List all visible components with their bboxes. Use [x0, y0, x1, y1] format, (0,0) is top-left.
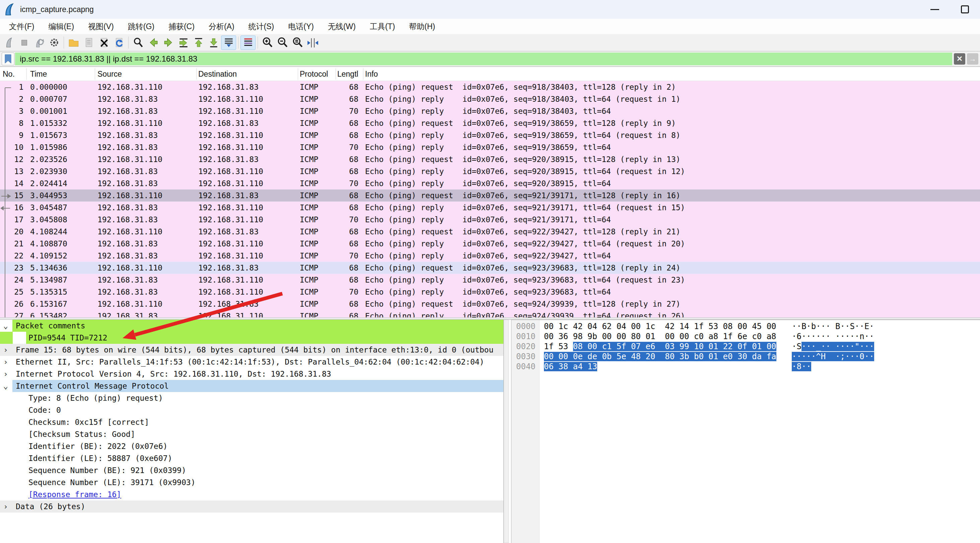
column-separator[interactable]	[95, 68, 95, 80]
open-file-folder-icon[interactable]	[66, 35, 81, 50]
response-frame-link[interactable]: [Response frame: 16]	[0, 488, 503, 500]
column-header-no[interactable]: No.	[3, 67, 15, 81]
collapse-chevron-icon[interactable]: ⌄	[3, 380, 13, 392]
menu-item-statistics[interactable]: 统计(S)	[242, 19, 282, 34]
detail-row[interactable]: [Checksum Status: Good]	[0, 428, 503, 440]
maximize-button[interactable]	[950, 0, 980, 19]
menu-item-wireless[interactable]: 无线(W)	[321, 19, 363, 34]
detail-row[interactable]: ›Frame 15: 68 bytes on wire (544 bits), …	[0, 344, 503, 356]
column-header-lengtl[interactable]: Lengtl	[337, 67, 358, 81]
detail-row[interactable]: ⌄Internet Control Message Protocol	[0, 380, 503, 392]
detail-row[interactable]: ›Internet Protocol Version 4, Src: 192.1…	[0, 368, 503, 380]
packet-row[interactable]: 276.153482192.168.31.83192.168.31.110ICM…	[0, 310, 980, 318]
minimize-button[interactable]	[920, 0, 950, 19]
save-file-icon[interactable]	[81, 35, 96, 50]
close-file-icon[interactable]	[96, 35, 111, 50]
packet-row[interactable]: 10.000000192.168.31.110192.168.31.83ICMP…	[0, 81, 980, 93]
packet-row[interactable]: 214.108870192.168.31.83192.168.31.110ICM…	[0, 238, 980, 250]
packet-row[interactable]: 81.015332192.168.31.110192.168.31.83ICMP…	[0, 117, 980, 129]
hex-row[interactable]: 000000 1c 42 04 62 04 00 1c 42 14 1f 53 …	[511, 321, 980, 332]
hex-row[interactable]: 00201f 53 08 00 c1 5f 07 e6 03 99 10 01 …	[511, 341, 980, 351]
menu-item-analyze[interactable]: 分析(A)	[202, 19, 242, 34]
go-to-packet-icon[interactable]	[176, 35, 191, 50]
column-header-info[interactable]: Info	[365, 67, 378, 81]
column-header-time[interactable]: Time	[30, 67, 47, 81]
collapse-chevron-icon[interactable]: ⌄	[3, 320, 13, 332]
filter-bookmark-button[interactable]	[2, 52, 14, 65]
packet-row[interactable]: 173.045808192.168.31.83192.168.31.110ICM…	[0, 214, 980, 225]
capture-options-gear-icon[interactable]	[46, 35, 62, 50]
packet-row[interactable]: 204.108244192.168.31.110192.168.31.83ICM…	[0, 225, 980, 238]
zoom-out-icon[interactable]	[275, 35, 290, 50]
filter-clear-button[interactable]: ✕	[954, 53, 965, 65]
detail-row[interactable]: Checksum: 0xc15f [correct]	[0, 416, 503, 428]
menu-item-go[interactable]: 跳转(G)	[121, 19, 161, 34]
hex-row[interactable]: 003000 00 0e de 0b 5e 48 20 80 3b b0 01 …	[511, 351, 980, 362]
expand-chevron-icon[interactable]: ›	[3, 500, 13, 513]
details-scrollbar[interactable]	[504, 320, 509, 543]
go-forward-icon[interactable]	[161, 35, 176, 50]
find-packet-icon[interactable]	[130, 35, 146, 50]
packet-row[interactable]: 142.024414192.168.31.83192.168.31.110ICM…	[0, 178, 980, 189]
detail-row[interactable]: Identifier (LE): 58887 (0xe607)	[0, 452, 503, 464]
restart-capture-icon[interactable]	[32, 35, 46, 50]
go-first-icon[interactable]	[191, 35, 206, 50]
packet-row[interactable]: 122.023526192.168.31.110192.168.31.83ICM…	[0, 153, 980, 165]
packet-row[interactable]: 235.134636192.168.31.110192.168.31.83ICM…	[0, 262, 980, 274]
detail-row[interactable]: Sequence Number (BE): 921 (0x0399)	[0, 464, 503, 476]
stop-capture-icon[interactable]	[16, 35, 32, 50]
menu-item-tools[interactable]: 工具(T)	[363, 19, 402, 34]
column-header-destination[interactable]: Destination	[198, 67, 237, 81]
menu-item-help[interactable]: 帮助(H)	[402, 19, 442, 34]
detail-row[interactable]: ›Ethernet II, Src: Parallels_14:1f:53 (0…	[0, 356, 503, 368]
column-separator[interactable]	[363, 68, 363, 80]
packet-row[interactable]: 266.153167192.168.31.110192.168.31.83ICM…	[0, 298, 980, 310]
expand-chevron-icon[interactable]: ›	[3, 344, 13, 356]
filter-input[interactable]: ip.src == 192.168.31.83 || ip.dst == 192…	[15, 52, 952, 65]
menu-item-view[interactable]: 视图(V)	[81, 19, 121, 34]
filter-apply-button[interactable]: →	[967, 53, 978, 65]
packet-row[interactable]: 245.134987192.168.31.83192.168.31.110ICM…	[0, 274, 980, 286]
column-header-protocol[interactable]: Protocol	[300, 67, 328, 81]
packet-row[interactable]: 163.045487192.168.31.83192.168.31.110ICM…	[0, 202, 980, 214]
menu-item-edit[interactable]: 编辑(E)	[41, 19, 81, 34]
packet-row[interactable]: 20.000707192.168.31.83192.168.31.110ICMP…	[0, 93, 980, 105]
hex-row[interactable]: 004006 38 a4 13·8··	[511, 362, 980, 372]
detail-row[interactable]: ⌄Packet comments	[0, 320, 503, 332]
detail-row[interactable]: Sequence Number (LE): 39171 (0x9903)	[0, 476, 503, 488]
packet-row[interactable]: 255.135315192.168.31.83192.168.31.110ICM…	[0, 286, 980, 298]
packet-row[interactable]: 224.109152192.168.31.83192.168.31.110ICM…	[0, 250, 980, 262]
start-capture-fin-icon[interactable]	[2, 35, 16, 50]
detail-row[interactable]: Code: 0	[0, 404, 503, 416]
cell-no: 21	[0, 238, 24, 250]
column-separator[interactable]	[196, 68, 197, 80]
column-separator[interactable]	[336, 68, 336, 80]
reload-file-icon[interactable]	[111, 35, 126, 50]
packet-row[interactable]: 91.015673192.168.31.83192.168.31.110ICMP…	[0, 129, 980, 141]
colorize-icon[interactable]	[240, 35, 256, 50]
packet-row[interactable]: 153.044953192.168.31.110192.168.31.83ICM…	[0, 189, 980, 202]
column-header-source[interactable]: Source	[97, 67, 122, 81]
go-back-icon[interactable]	[146, 35, 161, 50]
expand-chevron-icon[interactable]: ›	[3, 356, 13, 368]
resize-columns-icon[interactable]	[305, 35, 320, 50]
expand-chevron-icon[interactable]: ›	[3, 368, 13, 380]
detail-row[interactable]: Type: 8 (Echo (ping) request)	[0, 392, 503, 404]
detail-row[interactable]: ›Data (26 bytes)	[0, 500, 503, 513]
column-separator[interactable]	[298, 68, 298, 80]
zoom-in-icon[interactable]	[260, 35, 275, 50]
detail-row[interactable]: [Response frame: 16]	[0, 488, 503, 500]
zoom-original-icon[interactable]	[290, 35, 305, 50]
auto-scroll-icon[interactable]	[221, 35, 236, 50]
hex-row[interactable]: 001000 36 98 9b 00 00 80 01 00 00 c0 a8 …	[511, 332, 980, 341]
menu-item-file[interactable]: 文件(F)	[2, 19, 41, 34]
packet-row[interactable]: 101.015986192.168.31.83192.168.31.110ICM…	[0, 141, 980, 153]
detail-row[interactable]: Identifier (BE): 2022 (0x07e6)	[0, 440, 503, 452]
packet-row[interactable]: 132.023930192.168.31.83192.168.31.110ICM…	[0, 165, 980, 178]
menu-item-capture[interactable]: 捕获(C)	[161, 19, 202, 34]
pane-splitter[interactable]	[0, 318, 980, 320]
packet-row[interactable]: 30.001001192.168.31.83192.168.31.110ICMP…	[0, 105, 980, 117]
go-last-icon[interactable]	[206, 35, 221, 50]
menu-item-telephony[interactable]: 电话(Y)	[281, 19, 321, 34]
detail-row[interactable]: PID=9544 TID=7212	[0, 332, 503, 344]
